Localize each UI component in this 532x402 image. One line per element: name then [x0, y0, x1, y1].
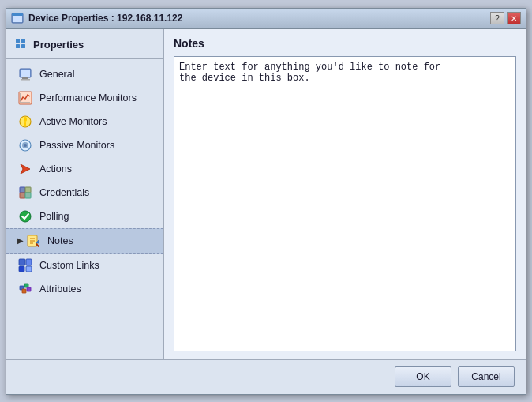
svg-rect-9 — [22, 77, 28, 79]
active-arrow: ▶ — [17, 236, 24, 245]
svg-point-20 — [24, 144, 27, 147]
sidebar-label-active: Active Monitors — [39, 116, 107, 127]
sidebar-item-custom-links[interactable]: Custom Links — [6, 254, 163, 277]
notes-textarea[interactable] — [174, 56, 516, 351]
title-bar: Device Properties : 192.168.11.122 ? ✕ — [6, 9, 526, 29]
cancel-button[interactable]: Cancel — [458, 366, 515, 387]
svg-rect-25 — [25, 193, 31, 198]
sidebar-header: Properties — [6, 32, 163, 59]
svg-rect-4 — [21, 39, 25, 43]
credentials-icon — [17, 185, 33, 201]
attributes-icon — [17, 281, 33, 297]
window-icon — [11, 12, 24, 24]
svg-rect-2 — [12, 13, 23, 16]
svg-rect-34 — [26, 259, 32, 265]
actions-icon — [17, 161, 33, 177]
svg-rect-17 — [24, 122, 26, 125]
sidebar-label-performance: Performance Monitors — [39, 92, 137, 103]
svg-rect-3 — [16, 39, 20, 43]
polling-icon — [17, 209, 33, 224]
svg-rect-38 — [24, 284, 28, 287]
svg-rect-1 — [13, 16, 22, 22]
custom-links-icon — [17, 257, 33, 273]
svg-rect-22 — [20, 187, 25, 193]
svg-rect-10 — [21, 79, 30, 81]
svg-rect-6 — [21, 44, 25, 48]
performance-icon — [17, 90, 33, 106]
svg-rect-36 — [26, 266, 32, 272]
ok-button[interactable]: OK — [395, 366, 451, 387]
window-title: Device Properties : 192.168.11.122 — [28, 13, 490, 24]
title-bar-buttons: ? ✕ — [490, 12, 521, 24]
sidebar-item-performance-monitors[interactable]: Performance Monitors — [6, 86, 163, 110]
main-window: Device Properties : 192.168.11.122 ? ✕ P… — [6, 8, 526, 395]
sidebar-title: Properties — [33, 39, 84, 51]
sidebar-item-credentials[interactable]: Credentials — [6, 181, 163, 205]
svg-rect-40 — [27, 287, 31, 291]
sidebar-label-polling: Polling — [39, 211, 69, 222]
svg-rect-8 — [21, 70, 30, 77]
sidebar: Properties General — [6, 29, 164, 359]
sidebar-item-notes[interactable]: ▶ Notes — [6, 228, 163, 254]
properties-icon — [14, 37, 27, 52]
main-panel: Notes — [164, 29, 526, 359]
sidebar-item-polling[interactable]: Polling — [6, 205, 163, 228]
general-icon — [17, 66, 33, 82]
svg-rect-33 — [19, 259, 25, 265]
svg-rect-24 — [20, 193, 25, 198]
svg-marker-21 — [21, 164, 30, 174]
sidebar-item-passive-monitors[interactable]: Passive Monitors — [6, 133, 163, 157]
sidebar-item-attributes[interactable]: Attributes — [6, 277, 163, 301]
sidebar-label-actions: Actions — [39, 163, 72, 175]
sidebar-label-custom-links: Custom Links — [39, 260, 99, 271]
close-button[interactable]: ✕ — [507, 12, 521, 24]
panel-title: Notes — [174, 37, 516, 50]
passive-monitors-icon — [17, 137, 33, 153]
svg-rect-23 — [25, 187, 31, 193]
sidebar-label-passive: Passive Monitors — [39, 140, 114, 151]
svg-rect-39 — [22, 289, 26, 293]
sidebar-label-general: General — [39, 69, 74, 80]
sidebar-item-general[interactable]: General — [6, 62, 163, 86]
sidebar-label-notes: Notes — [47, 235, 73, 246]
sidebar-label-attributes: Attributes — [39, 284, 81, 295]
footer: OK Cancel — [6, 359, 526, 394]
sidebar-item-actions[interactable]: Actions — [6, 157, 163, 181]
svg-point-15 — [24, 117, 27, 122]
content-area: Properties General — [6, 29, 526, 359]
sidebar-item-active-monitors[interactable]: Active Monitors — [6, 110, 163, 133]
help-button[interactable]: ? — [490, 12, 504, 24]
svg-rect-35 — [19, 266, 24, 272]
svg-point-16 — [24, 124, 26, 126]
notes-icon — [25, 233, 41, 249]
sidebar-label-credentials: Credentials — [39, 187, 89, 198]
svg-rect-5 — [16, 44, 20, 48]
active-monitors-icon — [17, 114, 33, 130]
